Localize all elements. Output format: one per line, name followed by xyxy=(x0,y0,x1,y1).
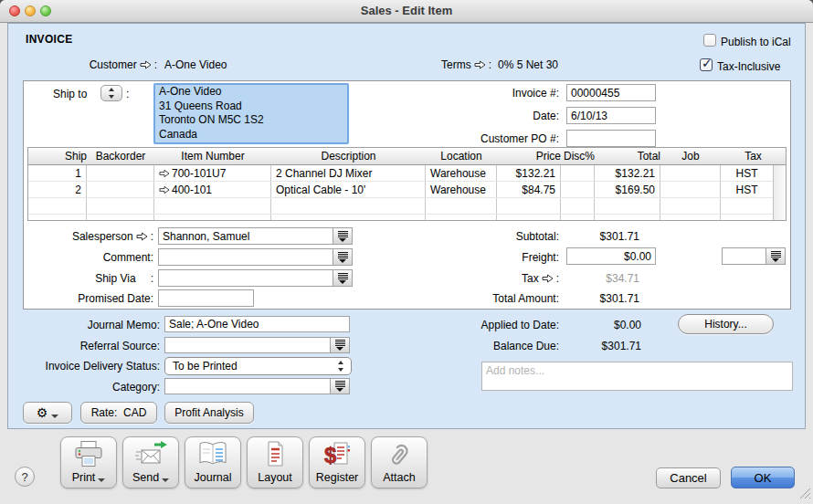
cell-item_number[interactable] xyxy=(154,198,271,214)
cell-description[interactable] xyxy=(271,198,426,214)
cell-disc[interactable] xyxy=(561,215,595,221)
journal-memo-input[interactable] xyxy=(164,316,350,332)
cell-description[interactable]: Optical Cable - 10' xyxy=(271,182,426,197)
cell-total[interactable] xyxy=(595,198,660,214)
title-bar[interactable]: Sales - Edit Item xyxy=(0,0,813,23)
cell-job[interactable] xyxy=(660,165,721,181)
cell-total[interactable]: $132.21 xyxy=(595,165,660,181)
cell-price[interactable]: $84.75 xyxy=(497,182,561,197)
referral-list-button[interactable] xyxy=(330,338,349,352)
cell-ship[interactable]: 2 xyxy=(28,182,87,197)
cell-price[interactable]: $132.21 xyxy=(497,165,561,181)
delivery-status-popup[interactable]: To be Printed xyxy=(164,357,352,375)
ship-via-list-button[interactable] xyxy=(333,270,352,286)
comment-input[interactable] xyxy=(159,249,333,265)
cell-backorder[interactable] xyxy=(87,198,154,214)
freight-tax-code-input[interactable] xyxy=(723,248,765,264)
cell-price[interactable] xyxy=(497,198,561,214)
table-row[interactable]: 2400-101Optical Cable - 10'Warehouse$84.… xyxy=(28,182,773,198)
date-input[interactable] xyxy=(566,107,656,124)
cell-tax[interactable]: HST xyxy=(721,182,773,197)
table-body: 1700-101U72 Channel DJ MixerWarehouse$13… xyxy=(28,165,773,221)
cell-backorder[interactable] xyxy=(87,165,154,181)
cell-description[interactable] xyxy=(271,215,426,221)
send-button[interactable]: Send xyxy=(122,436,179,488)
salesperson-input[interactable] xyxy=(159,228,333,244)
settings-menu-button[interactable]: ⚙ xyxy=(23,402,72,424)
ship-via-input[interactable] xyxy=(159,270,333,286)
promised-date-input[interactable] xyxy=(158,289,254,307)
ship-to-address-field[interactable]: A-One Video 31 Queens Road Toronto ON M5… xyxy=(153,83,349,144)
layout-label: Layout xyxy=(258,471,292,484)
help-button[interactable]: ? xyxy=(15,467,35,487)
journal-icon xyxy=(196,440,229,471)
publish-ical-checkbox[interactable] xyxy=(703,34,716,47)
cell-description[interactable]: 2 Channel DJ Mixer xyxy=(271,165,426,181)
column-header-total: Total xyxy=(595,148,660,164)
profit-analysis-button[interactable]: Profit Analysis xyxy=(164,402,254,424)
zoom-arrow-icon[interactable] xyxy=(140,60,152,69)
tax-inclusive-checkbox[interactable]: ✓ xyxy=(700,58,713,71)
print-button[interactable]: Print xyxy=(60,436,117,488)
referral-source-input[interactable] xyxy=(165,338,330,352)
column-header-ship: Ship xyxy=(28,148,87,164)
cell-location[interactable]: Warehouse xyxy=(426,182,497,197)
table-scrollbar[interactable] xyxy=(773,165,786,221)
attach-button[interactable]: Attach xyxy=(371,436,428,488)
cell-disc[interactable] xyxy=(561,198,595,214)
cell-item_number[interactable]: 400-101 xyxy=(154,182,271,197)
notes-textarea[interactable] xyxy=(481,362,793,391)
cell-ship[interactable] xyxy=(28,198,87,214)
freight-input[interactable] xyxy=(566,247,656,265)
cell-price[interactable] xyxy=(497,215,561,221)
table-row[interactable]: 1700-101U72 Channel DJ MixerWarehouse$13… xyxy=(28,165,773,182)
invoice-number-input[interactable] xyxy=(566,84,656,101)
journal-button[interactable]: Journal xyxy=(185,436,241,488)
cell-location[interactable]: Warehouse xyxy=(426,165,497,181)
cell-disc[interactable] xyxy=(561,165,595,181)
cell-tax[interactable] xyxy=(721,215,773,221)
zoom-arrow-icon[interactable] xyxy=(159,185,170,194)
cell-tax[interactable]: HST xyxy=(721,165,773,181)
column-header-backorder: Backorder xyxy=(87,148,154,164)
zoom-arrow-icon[interactable] xyxy=(159,169,170,178)
resize-grip[interactable] xyxy=(799,488,811,502)
cell-ship[interactable] xyxy=(28,215,87,221)
sales-edit-item-window: Sales - Edit Item INVOICE Publish to iCa… xyxy=(0,0,813,504)
salesperson-list-button[interactable] xyxy=(333,228,352,244)
category-label: Category: xyxy=(9,381,160,394)
ship-to-stepper[interactable] xyxy=(100,85,122,101)
ok-button[interactable]: OK xyxy=(731,467,795,488)
cell-backorder[interactable] xyxy=(87,215,154,221)
cell-location[interactable] xyxy=(426,198,497,214)
cell-location[interactable] xyxy=(426,215,497,221)
cell-job[interactable] xyxy=(660,215,721,221)
cell-job[interactable] xyxy=(660,182,721,197)
cell-item_number[interactable]: 700-101U7 xyxy=(154,165,271,181)
cell-item_number[interactable] xyxy=(154,215,271,221)
category-input[interactable] xyxy=(165,379,330,394)
zoom-arrow-icon[interactable] xyxy=(136,232,148,241)
cell-job[interactable] xyxy=(660,198,721,214)
customer-po-input[interactable] xyxy=(566,130,656,147)
register-button[interactable]: $ Register xyxy=(309,436,365,488)
history-button[interactable]: History... xyxy=(678,314,774,334)
cell-total[interactable]: $169.50 xyxy=(595,182,660,197)
table-row[interactable] xyxy=(28,215,773,221)
table-row[interactable] xyxy=(28,198,773,215)
column-header-job: Job xyxy=(660,148,721,164)
category-list-button[interactable] xyxy=(330,379,349,394)
cancel-button[interactable]: Cancel xyxy=(656,467,721,488)
cell-total[interactable] xyxy=(595,215,660,221)
rate-button[interactable]: Rate: CAD xyxy=(80,402,157,424)
cell-tax[interactable] xyxy=(721,198,773,214)
zoom-arrow-icon[interactable] xyxy=(474,60,486,69)
layout-button[interactable]: Layout xyxy=(247,436,303,488)
cell-backorder[interactable] xyxy=(87,182,154,197)
colon: : xyxy=(154,58,157,71)
freight-tax-list-button[interactable] xyxy=(765,248,785,264)
cell-disc[interactable] xyxy=(561,182,595,197)
comment-list-button[interactable] xyxy=(333,249,352,265)
customer-value: A-One Video xyxy=(164,58,227,71)
cell-ship[interactable]: 1 xyxy=(28,165,87,181)
